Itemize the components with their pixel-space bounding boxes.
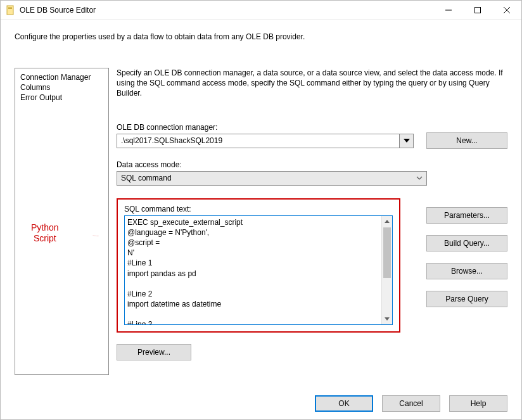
sidebar-item-error-output[interactable]: Error Output — [20, 92, 103, 103]
chevron-down-icon — [412, 172, 426, 185]
parameters-button[interactable]: Parameters... — [426, 207, 507, 224]
instructions-text: Specify an OLE DB connection manager, a … — [117, 68, 507, 99]
svg-rect-2 — [8, 8, 12, 9]
chevron-down-icon — [399, 134, 413, 148]
parse-query-button[interactable]: Parse Query — [426, 291, 507, 307]
scroll-down-icon[interactable] — [382, 314, 392, 324]
ok-button[interactable]: OK — [315, 395, 373, 412]
maximize-button[interactable] — [463, 1, 492, 20]
scrollbar[interactable] — [381, 216, 392, 324]
cancel-button[interactable]: Cancel — [382, 395, 440, 412]
svg-rect-4 — [475, 7, 481, 13]
svg-marker-8 — [385, 220, 390, 223]
sql-command-label: SQL command text: — [124, 205, 393, 213]
sql-command-section: SQL command text: — [117, 198, 400, 333]
app-icon — [6, 5, 16, 15]
preview-button[interactable]: Preview... — [117, 344, 191, 360]
connection-label: OLE DB connection manager: — [117, 123, 414, 132]
data-access-value: SQL command — [121, 174, 172, 182]
window-title: OLE DB Source Editor — [20, 6, 434, 15]
sidebar-item-columns[interactable]: Columns — [20, 82, 103, 92]
dialog-footer: OK Cancel Help — [315, 395, 507, 412]
data-access-label: Data access mode: — [117, 160, 427, 169]
close-button[interactable] — [492, 1, 521, 20]
svg-marker-9 — [385, 317, 390, 321]
scroll-up-icon[interactable] — [382, 216, 392, 227]
scroll-thumb[interactable] — [383, 227, 391, 278]
help-button[interactable]: Help — [449, 395, 507, 412]
new-connection-button[interactable]: New... — [426, 132, 507, 149]
connection-manager-combo[interactable]: .\sql2017.SQLShackSQL2019 — [117, 134, 414, 148]
connection-manager-value: .\sql2017.SQLShackSQL2019 — [121, 136, 222, 145]
svg-marker-7 — [404, 139, 410, 143]
build-query-button[interactable]: Build Query... — [426, 235, 507, 251]
sql-command-textarea[interactable] — [125, 216, 381, 324]
annotation-label: Python Script — [31, 222, 59, 244]
window-controls — [434, 1, 521, 20]
sidebar: Connection Manager Columns Error Output — [15, 68, 109, 375]
data-access-mode-combo[interactable]: SQL command — [117, 171, 427, 186]
page-description: Configure the properties used by a data … — [15, 32, 507, 41]
svg-rect-1 — [8, 7, 12, 8]
titlebar: OLE DB Source Editor — [1, 1, 521, 20]
minimize-button[interactable] — [434, 1, 463, 20]
browse-button[interactable]: Browse... — [426, 263, 507, 279]
sidebar-item-connection-manager[interactable]: Connection Manager — [20, 72, 103, 82]
